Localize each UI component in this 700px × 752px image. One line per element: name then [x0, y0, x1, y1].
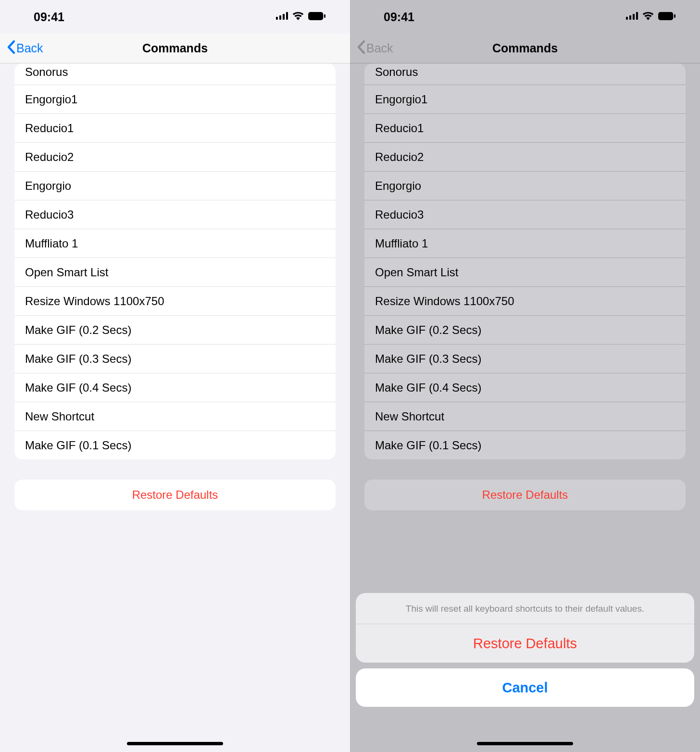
list-item-label: Reducio3 — [25, 208, 74, 222]
svg-rect-2 — [283, 14, 285, 20]
list-item-label: Open Smart List — [25, 266, 108, 279]
list-item: Engorgio1 — [364, 85, 686, 113]
action-sheet-restore-button[interactable]: Restore Defaults — [356, 624, 694, 663]
battery-icon — [658, 12, 676, 22]
svg-rect-7 — [629, 15, 631, 20]
list-item-label: Make GIF (0.2 Secs) — [375, 323, 481, 337]
list-item: Engorgio — [364, 171, 686, 200]
list-item-label: Resize Windows 1100x750 — [25, 295, 164, 308]
list-item[interactable]: Make GIF (0.4 Secs) — [14, 373, 336, 402]
list-item: New Shortcut — [364, 402, 686, 431]
list-item-label: Make GIF (0.2 Secs) — [25, 323, 131, 337]
list-item-label: Engorgio — [375, 179, 421, 193]
list-item-label: Reducio3 — [375, 208, 424, 222]
list-item-label: Engorgio1 — [25, 93, 77, 106]
list-item-label: Reducio1 — [375, 122, 424, 135]
wifi-icon — [292, 12, 304, 22]
list-item-label: New Shortcut — [375, 410, 444, 423]
list-item: Make GIF (0.3 Secs) — [364, 344, 686, 373]
chevron-left-icon — [357, 40, 365, 57]
back-button[interactable]: Back — [0, 40, 43, 57]
back-label: Back — [16, 41, 43, 55]
status-bar: 09:41 — [0, 0, 350, 34]
list-item: Reducio3 — [364, 200, 686, 229]
list-item: Sonorus — [364, 63, 686, 85]
restore-defaults-label: Restore Defaults — [482, 488, 568, 502]
list-item: Make GIF (0.2 Secs) — [364, 315, 686, 344]
list-item-label: Sonorus — [25, 65, 68, 79]
restore-defaults-button[interactable]: Restore Defaults — [14, 480, 336, 510]
list-item[interactable]: Engorgio1 — [14, 85, 336, 113]
list-item[interactable]: Engorgio — [14, 171, 336, 200]
list-item[interactable]: Reducio2 — [14, 142, 336, 171]
restore-defaults-label: Restore Defaults — [132, 488, 218, 502]
status-bar: 09:41 — [350, 0, 700, 34]
list-item-label: Make GIF (0.3 Secs) — [25, 352, 131, 366]
commands-list-wrap: Sonorus Engorgio1 Reducio1 Reducio2 Engo… — [0, 63, 350, 459]
list-item-label: Reducio2 — [375, 150, 424, 164]
chevron-left-icon — [7, 40, 15, 57]
list-item[interactable]: Reducio1 — [14, 113, 336, 142]
list-item[interactable]: Make GIF (0.2 Secs) — [14, 315, 336, 344]
list-item[interactable]: Open Smart List — [14, 258, 336, 286]
action-sheet-restore-label: Restore Defaults — [473, 636, 577, 652]
svg-rect-6 — [626, 17, 628, 20]
cellular-signal-icon — [276, 12, 288, 22]
action-sheet-cancel-label: Cancel — [502, 680, 548, 696]
list-item: Reducio2 — [364, 142, 686, 171]
svg-rect-10 — [658, 12, 673, 20]
commands-list-wrap: Sonorus Engorgio1 Reducio1 Reducio2 Engo… — [350, 63, 700, 459]
list-item-label: New Shortcut — [25, 410, 94, 423]
nav-bar: Back Commands — [0, 34, 350, 63]
action-sheet-group: This will reset all keyboard shortcuts t… — [356, 593, 694, 663]
svg-rect-9 — [636, 12, 638, 20]
svg-rect-3 — [286, 12, 288, 20]
status-icons — [276, 12, 326, 22]
status-time: 09:41 — [384, 10, 414, 24]
back-button: Back — [350, 40, 393, 57]
list-item-label: Engorgio — [25, 179, 71, 193]
list-item-label: Make GIF (0.1 Secs) — [25, 439, 131, 452]
commands-list: Sonorus Engorgio1 Reducio1 Reducio2 Engo… — [364, 63, 686, 459]
list-item[interactable]: Reducio3 — [14, 200, 336, 229]
nav-title: Commands — [0, 41, 350, 55]
list-item: Resize Windows 1100x750 — [364, 286, 686, 315]
list-item-label: Open Smart List — [375, 266, 458, 279]
list-item: Muffliato 1 — [364, 229, 686, 258]
svg-rect-0 — [276, 17, 278, 20]
back-label: Back — [366, 41, 393, 55]
nav-bar: Back Commands — [350, 34, 700, 63]
list-item[interactable]: Resize Windows 1100x750 — [14, 286, 336, 315]
list-item[interactable]: Sonorus — [14, 63, 336, 85]
list-item: Make GIF (0.4 Secs) — [364, 373, 686, 402]
wifi-icon — [642, 12, 654, 22]
svg-rect-11 — [674, 14, 675, 18]
nav-title: Commands — [350, 41, 700, 55]
list-item[interactable]: Muffliato 1 — [14, 229, 336, 258]
list-item[interactable]: New Shortcut — [14, 402, 336, 431]
action-sheet-message: This will reset all keyboard shortcuts t… — [356, 593, 694, 624]
action-sheet-cancel-button[interactable]: Cancel — [356, 668, 694, 707]
list-item-label: Reducio1 — [25, 122, 74, 135]
home-indicator[interactable] — [127, 742, 223, 745]
list-item-label: Engorgio1 — [375, 93, 427, 106]
list-item[interactable]: Make GIF (0.3 Secs) — [14, 344, 336, 373]
cellular-signal-icon — [626, 12, 638, 22]
commands-list[interactable]: Sonorus Engorgio1 Reducio1 Reducio2 Engo… — [14, 63, 336, 459]
list-item-label: Muffliato 1 — [375, 237, 428, 250]
list-item-label: Make GIF (0.4 Secs) — [375, 381, 481, 394]
screenshot-right: 09:41 Back Commands Sonorus Engorgio1 Re… — [350, 0, 700, 752]
list-item-label: Resize Windows 1100x750 — [375, 295, 514, 308]
list-item: Open Smart List — [364, 258, 686, 286]
list-item-label: Muffliato 1 — [25, 237, 78, 250]
list-item[interactable]: Make GIF (0.1 Secs) — [14, 431, 336, 459]
status-time: 09:41 — [34, 10, 64, 24]
status-icons — [626, 12, 676, 22]
svg-rect-1 — [279, 15, 281, 20]
list-item-label: Sonorus — [375, 65, 418, 79]
home-indicator[interactable] — [477, 742, 573, 745]
screenshot-left: 09:41 Back Commands Sonorus Engorgio1 Re… — [0, 0, 350, 752]
svg-rect-8 — [633, 14, 635, 20]
list-item-label: Make GIF (0.4 Secs) — [25, 381, 131, 394]
svg-rect-5 — [324, 14, 325, 18]
